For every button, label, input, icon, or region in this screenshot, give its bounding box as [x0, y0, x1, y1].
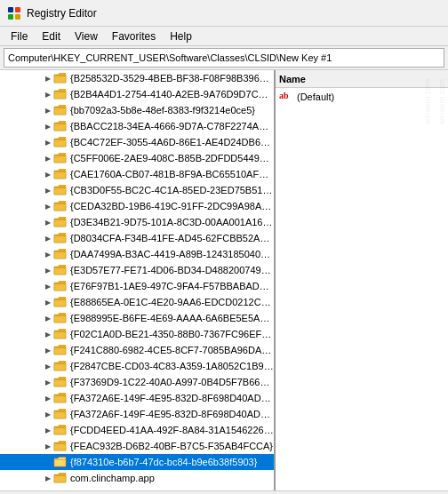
folder-icon [53, 248, 68, 260]
tree-item[interactable]: ▶ {CEDA32BD-19B6-419C-91FF-2DC99A98A44F} [0, 198, 274, 214]
folder-icon [53, 360, 68, 372]
expand-arrow-icon[interactable]: ▶ [43, 249, 53, 259]
tree-item[interactable]: ▶ {B258532D-3529-4BEB-BF38-F08F98B3968C} [0, 70, 274, 86]
values-column-header: Name [276, 70, 448, 88]
expand-arrow-icon[interactable]: ▶ [43, 265, 53, 275]
tree-item-label: {CEDA32BD-19B6-419C-91FF-2DC99A98A44F} [70, 201, 274, 211]
expand-arrow-icon[interactable]: ▶ [43, 313, 53, 323]
folder-icon [53, 136, 68, 148]
tree-item-label: {FA372A6F-149F-4E95-832D-8F698D40AD7F} [70, 409, 274, 419]
expand-arrow-icon[interactable] [43, 457, 53, 467]
tree-item[interactable]: ▶ {CAE1760A-CB07-481B-8F9A-BC65510AF5D5} [0, 166, 274, 182]
tree-item[interactable]: ▶ {FCDD4EED-41AA-492F-8A84-31A1546226E0} [0, 422, 274, 438]
tree-item[interactable]: ▶ {BC4C72EF-3055-4A6D-86E1-AE4D24DB63CA} [0, 134, 274, 150]
tree-item-label: {E88865EA-0E1C-4E20-9AA6-EDCD0212C87C} [70, 297, 274, 307]
expand-arrow-icon[interactable]: ▶ [43, 137, 53, 147]
name-column-label: Name [279, 74, 306, 84]
folder-icon [53, 72, 68, 84]
expand-arrow-icon[interactable]: ▶ [43, 425, 53, 435]
expand-arrow-icon[interactable]: ▶ [43, 185, 53, 195]
menu-edit[interactable]: Edit [35, 28, 68, 44]
tree-item[interactable]: ▶ {E988995E-B6FE-4E69-AAAA-6A6BE5E5A016} [0, 310, 274, 326]
expand-arrow-icon[interactable]: ▶ [43, 441, 53, 451]
tree-item[interactable]: ▶ {bb7092a3-5b8e-48ef-8383-f9f3214e0ce5} [0, 102, 274, 118]
tree-item-label: {F241C880-6982-4CE5-8CF7-7085BA96DA5A} [70, 345, 274, 355]
folder-icon [53, 408, 68, 420]
expand-arrow-icon[interactable]: ▶ [43, 329, 53, 339]
default-value-row[interactable]: ab (Default) [276, 88, 448, 106]
tree-item-label: {FEAC932B-D6B2-40BF-B7C5-F35AB4FCCA} [70, 441, 273, 451]
menu-help[interactable]: Help [163, 28, 199, 44]
folder-icon [53, 280, 68, 292]
tree-item[interactable]: ▶ {E76F97B1-1AE9-497C-9FA4-F57BBABAD54A} [0, 278, 274, 294]
menu-file[interactable]: File [4, 28, 35, 44]
tree-item[interactable]: ▶ {C5FF006E-2AE9-408C-B85B-2DFDD5449D9C} [0, 150, 274, 166]
folder-icon [53, 312, 68, 324]
tree-item[interactable]: ▶ {F02C1A0D-BE21-4350-88B0-7367FC96EF3C} [0, 326, 274, 342]
expand-arrow-icon[interactable]: ▶ [43, 105, 53, 116]
registry-tree[interactable]: ▶ {B258532D-3529-4BEB-BF38-F08F98B3968C}… [0, 70, 276, 490]
tree-item-label: {F02C1A0D-BE21-4350-88B0-7367FC96EF3C} [70, 329, 274, 339]
folder-icon [53, 232, 68, 244]
title-bar: Registry Editor [0, 0, 448, 27]
expand-arrow-icon[interactable]: ▶ [43, 473, 53, 483]
tree-item-label: {bb7092a3-5b8e-48ef-8383-f9f3214e0ce5} [70, 105, 255, 116]
tree-item[interactable]: ▶ {F37369D9-1C22-40A0-A997-0B4D5F7B6637} [0, 374, 274, 390]
folder-icon [53, 376, 68, 388]
tree-item-label: {DAA7499A-B3AC-4419-A89B-124318504051} [70, 249, 274, 259]
expand-arrow-icon[interactable]: ▶ [43, 297, 53, 307]
tree-item[interactable]: ▶ {E88865EA-0E1C-4E20-9AA6-EDCD0212C87C} [0, 294, 274, 310]
tree-item[interactable]: ▶ {DAA7499A-B3AC-4419-A89B-124318504051} [0, 246, 274, 262]
status-bar [0, 490, 448, 494]
expand-arrow-icon[interactable]: ▶ [43, 73, 53, 84]
expand-arrow-icon[interactable]: ▶ [43, 409, 53, 419]
folder-icon [53, 472, 68, 484]
tree-item[interactable]: ▶ {E3D57E77-FE71-4D06-BD34-D48820074909} [0, 262, 274, 278]
tree-item[interactable]: ▶ {FEAC932B-D6B2-40BF-B7C5-F35AB4FCCA} [0, 438, 274, 454]
tree-item-label: {B2B4A4D1-2754-4140-A2EB-9A76D9D7CDC6} [70, 89, 274, 100]
folder-icon [53, 328, 68, 340]
expand-arrow-icon[interactable]: ▶ [43, 361, 53, 371]
tree-item-label: {E76F97B1-1AE9-497C-9FA4-F57BBABAD54A} [70, 281, 274, 291]
tree-item[interactable]: ▶ {D8034CFA-F34B-41FE-AD45-62FCBB52A6DA} [0, 230, 274, 246]
expand-arrow-icon[interactable]: ▶ [43, 201, 53, 211]
folder-icon [53, 456, 68, 468]
tree-item[interactable]: ▶ {B2B4A4D1-2754-4140-A2EB-9A76D9D7CDC6} [0, 86, 274, 102]
tree-item-label: {FA372A6E-149F-4E95-832D-8F698D40AD7F} [70, 393, 274, 403]
tree-item[interactable]: ▶ {BBACC218-34EA-4666-9D7A-C78F2274A524} [0, 118, 274, 134]
tree-item-label: {D3E34B21-9D75-101A-8C3D-00AA001A1652} [70, 217, 274, 227]
folder-icon [53, 88, 68, 100]
menu-favorites[interactable]: Favorites [105, 28, 163, 44]
expand-arrow-icon[interactable]: ▶ [43, 281, 53, 291]
expand-arrow-icon[interactable]: ▶ [43, 89, 53, 100]
menu-view[interactable]: View [68, 28, 105, 44]
tree-item-label: {CB3D0F55-BC2C-4C1A-85ED-23ED75B5106B} [70, 185, 274, 195]
tree-item-label: {CAE1760A-CB07-481B-8F9A-BC65510AF5D5} [70, 169, 274, 179]
tree-item[interactable]: ▶ com.clinchamp.app [0, 470, 274, 486]
expand-arrow-icon[interactable]: ▶ [43, 345, 53, 355]
folder-icon [53, 152, 68, 164]
tree-item[interactable]: ▶ {D3E34B21-9D75-101A-8C3D-00AA001A1652} [0, 214, 274, 230]
expand-arrow-icon[interactable]: ▶ [43, 153, 53, 163]
svg-rect-1 [15, 7, 20, 12]
app-icon [7, 6, 21, 20]
tree-item-label: {F37369D9-1C22-40A0-A997-0B4D5F7B6637} [70, 377, 274, 387]
default-value-label: (Default) [297, 92, 334, 102]
expand-arrow-icon[interactable]: ▶ [43, 121, 53, 131]
expand-arrow-icon[interactable]: ▶ [43, 377, 53, 387]
tree-item[interactable]: ▶ {F2847CBE-CD03-4C83-A359-1A8052C1B9D5} [0, 358, 274, 374]
folder-icon [53, 120, 68, 132]
address-bar[interactable]: Computer\HKEY_CURRENT_USER\Software\Clas… [4, 48, 444, 68]
expand-arrow-icon[interactable]: ▶ [43, 169, 53, 179]
tree-item[interactable]: ▶ {CB3D0F55-BC2C-4C1A-85ED-23ED75B5106B} [0, 182, 274, 198]
expand-arrow-icon[interactable]: ▶ [43, 393, 53, 403]
expand-arrow-icon[interactable]: ▶ [43, 233, 53, 243]
tree-item[interactable]: {f874310e-b6b7-47dc-bc84-b9e6b38f5903} [0, 454, 274, 470]
expand-arrow-icon[interactable]: ▶ [43, 217, 53, 227]
menu-bar: File Edit View Favorites Help [0, 27, 448, 46]
tree-item[interactable]: ▶ {F241C880-6982-4CE5-8CF7-7085BA96DA5A} [0, 342, 274, 358]
tree-item[interactable]: ▶ {FA372A6E-149F-4E95-832D-8F698D40AD7F} [0, 390, 274, 406]
tree-item-label: {f874310e-b6b7-47dc-bc84-b9e6b38f5903} [70, 457, 257, 467]
tree-item[interactable]: ▶ {FA372A6F-149F-4E95-832D-8F698D40AD7F} [0, 406, 274, 422]
tree-item-label: {FCDD4EED-41AA-492F-8A84-31A1546226E0} [70, 425, 274, 435]
